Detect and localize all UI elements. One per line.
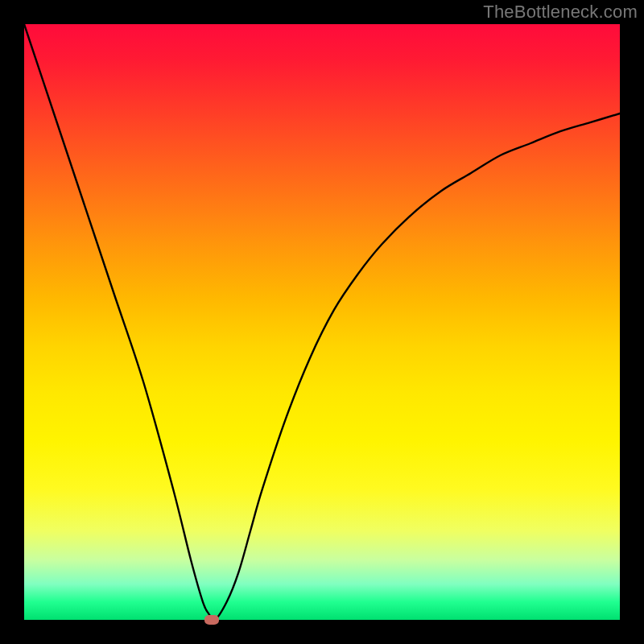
- watermark-text: TheBottleneck.com: [483, 2, 638, 23]
- chart-frame: TheBottleneck.com: [0, 0, 644, 644]
- optimal-marker: [204, 615, 219, 625]
- plot-area: [24, 24, 620, 620]
- bottleneck-curve: [24, 24, 620, 620]
- curve-path: [24, 24, 620, 621]
